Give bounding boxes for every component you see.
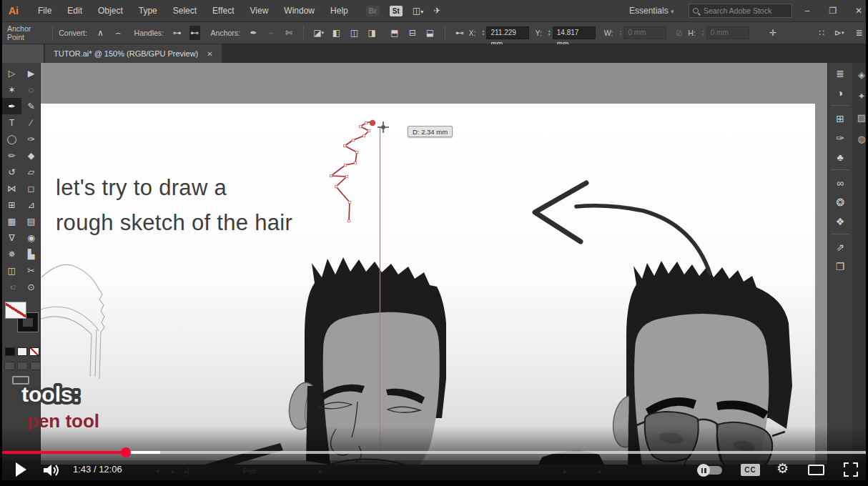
align-bottom-icon[interactable]: ⬓	[425, 26, 435, 40]
paintbrush-tool[interactable]: ✑	[21, 131, 41, 147]
transparency-icon[interactable]: ◑	[830, 83, 850, 102]
none-button[interactable]	[29, 347, 39, 356]
stock-icon[interactable]: St	[390, 6, 403, 16]
mesh-tool[interactable]: ▦	[2, 213, 21, 229]
document-tab[interactable]: TUTOR.ai* @ 150% (RGB/GPU Preview) ✕	[45, 44, 222, 63]
arrange-layout-icon[interactable]: ◫▾	[413, 6, 423, 16]
progress-bar[interactable]	[2, 451, 866, 454]
shape-builder-tool[interactable]: ⊞	[2, 197, 21, 213]
align-left-icon[interactable]: ◧	[331, 26, 342, 40]
miniplayer-button[interactable]	[808, 465, 824, 475]
artboard-tool[interactable]: ◫	[2, 262, 21, 279]
gradient-tool[interactable]: ▤	[21, 213, 41, 229]
color-icon[interactable]: ✦	[852, 85, 866, 106]
curvature-tool[interactable]: ✎	[21, 98, 41, 114]
arrow-annotation[interactable]	[535, 183, 710, 274]
menu-view[interactable]: View	[242, 6, 277, 16]
minimize-button[interactable]: –	[795, 0, 819, 21]
convert-corner-icon[interactable]: ∧	[95, 26, 106, 40]
menu-object[interactable]: Object	[90, 6, 131, 16]
menu-window[interactable]: Window	[276, 6, 322, 16]
settings-gear-icon[interactable]: ⚙	[776, 460, 789, 477]
workspace-switcher[interactable]: Essentials ▾	[629, 6, 674, 16]
direct-selection-tool[interactable]: ▶	[21, 65, 41, 81]
layers-icon[interactable]: ◈	[852, 64, 866, 85]
convert-smooth-icon[interactable]: ⌢	[113, 26, 124, 40]
corner-widget-icon[interactable]: ◪▾	[313, 26, 324, 40]
shaper-tool[interactable]: ✏	[2, 147, 21, 164]
menu-file[interactable]: File	[30, 6, 59, 16]
lasso-tool[interactable]: ◌	[21, 81, 41, 98]
restore-button[interactable]: ❐	[821, 0, 845, 21]
align-top-icon[interactable]: ⬒	[390, 26, 400, 40]
ellipse-tool[interactable]: ◯	[2, 131, 21, 147]
selection-tool[interactable]: ▷	[2, 65, 21, 81]
menu-help[interactable]: Help	[322, 6, 356, 16]
appearance-icon[interactable]: ❂	[830, 192, 850, 212]
eraser-tool[interactable]: ◆	[21, 147, 41, 164]
rotate-tool[interactable]: ↺	[2, 164, 21, 180]
close-button[interactable]: ✕	[847, 0, 868, 21]
progress-scrubber[interactable]	[121, 447, 131, 457]
search-input[interactable]	[702, 6, 788, 16]
brushes-icon[interactable]: ✑	[830, 128, 850, 147]
draw-inside-button[interactable]	[30, 362, 41, 370]
canvas-area[interactable]: let's try to draw a rough sketch of the …	[41, 63, 817, 480]
hand-tool[interactable]: ☜	[2, 279, 21, 295]
align-pixel-icon[interactable]: ⊳▾	[834, 26, 844, 40]
line-segment-tool[interactable]: ∕	[21, 114, 41, 131]
tab-close-icon[interactable]: ✕	[207, 50, 212, 58]
pen-path[interactable]	[330, 120, 376, 222]
menu-edit[interactable]: Edit	[59, 6, 90, 16]
blend-tool[interactable]: ◉	[21, 229, 41, 246]
autoplay-toggle[interactable]	[699, 466, 722, 475]
captions-button[interactable]: CC	[741, 464, 760, 476]
type-tool[interactable]: T	[2, 114, 21, 131]
scale-tool[interactable]: ▱	[21, 164, 41, 180]
slice-tool[interactable]: ✂	[21, 262, 41, 279]
column-graph-tool[interactable]: ▙	[21, 246, 41, 262]
libraries-icon[interactable]: ≣	[830, 64, 850, 83]
free-transform-tool[interactable]: ◻	[21, 180, 41, 197]
transform-icon[interactable]: ✛	[768, 26, 779, 40]
gradient-button[interactable]	[17, 347, 27, 356]
menu-select[interactable]: Select	[165, 6, 204, 16]
align-right-icon[interactable]: ◨	[367, 26, 378, 40]
perspective-grid-tool[interactable]: ⊿	[21, 197, 41, 213]
x-value-field[interactable]: 211.229 mm	[486, 26, 529, 39]
symbol-sprayer-tool[interactable]: ✵	[2, 246, 21, 262]
y-stepper[interactable]: ▴▾	[548, 29, 551, 36]
artboards-icon[interactable]: ⊞	[830, 109, 850, 128]
gpu-performance-icon[interactable]: ✈	[433, 6, 440, 16]
eyedropper-tool[interactable]: ∇	[2, 229, 21, 246]
creative-cloud-icon[interactable]: ∞	[830, 173, 850, 192]
bridge-icon[interactable]: Br	[366, 6, 380, 16]
play-button[interactable]	[16, 462, 26, 477]
magic-wand-tool[interactable]: ✶	[2, 81, 21, 98]
handles-hide-icon[interactable]: ⊷	[189, 26, 200, 40]
color-button[interactable]	[5, 347, 15, 356]
menu-effect[interactable]: Effect	[204, 6, 242, 16]
fill-swatch[interactable]	[5, 302, 26, 319]
draw-normal-button[interactable]	[4, 362, 15, 370]
align-center-icon[interactable]: ◫	[349, 26, 360, 40]
panel-list-icon[interactable]: ≣	[854, 26, 864, 40]
cut-path-icon[interactable]: ✄	[284, 26, 295, 40]
x-stepper[interactable]: ▴▾	[482, 29, 484, 36]
y-value-field[interactable]: 14.817 mm	[553, 26, 596, 39]
zoom-tool[interactable]: ⊙	[21, 279, 41, 295]
remove-anchor-icon[interactable]: ✒	[248, 26, 259, 40]
export-icon[interactable]: ⇗	[830, 237, 850, 257]
fullscreen-button[interactable]	[844, 462, 858, 477]
width-tool[interactable]: ⋈	[2, 180, 21, 197]
menu-type[interactable]: Type	[131, 6, 165, 16]
handles-show-icon[interactable]: ⊶	[172, 26, 182, 40]
pen-tool[interactable]: ✒	[2, 98, 21, 114]
align-middle-icon[interactable]: ⊟	[407, 26, 418, 40]
graphic-styles-icon[interactable]: ❖	[830, 212, 850, 231]
stroke-panel-icon[interactable]: ◍	[852, 128, 866, 149]
arrange-documents-icon[interactable]: ❐	[830, 257, 850, 276]
volume-icon[interactable]	[43, 464, 61, 477]
symbols-icon[interactable]: ♣	[830, 147, 850, 167]
draw-behind-button[interactable]	[17, 362, 28, 370]
